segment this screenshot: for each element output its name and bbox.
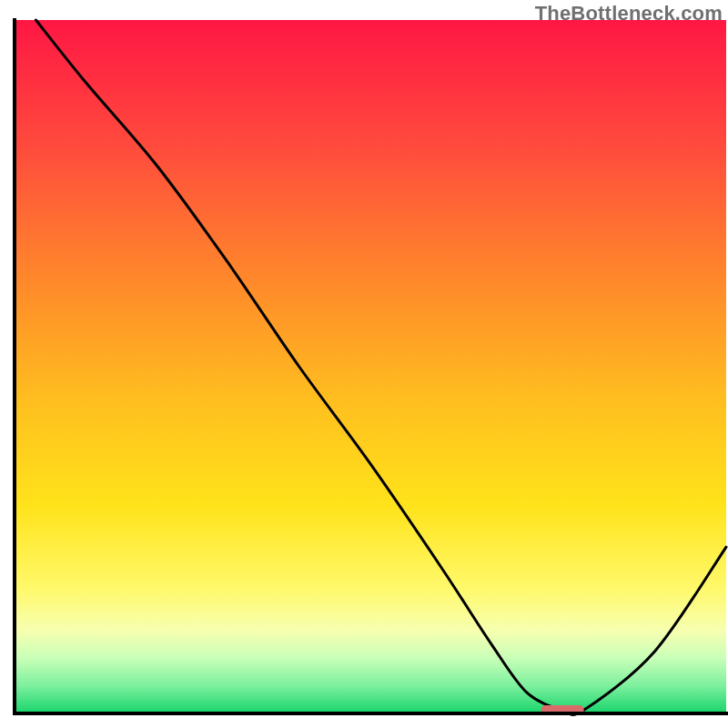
chart-canvas: TheBottleneck.com bbox=[0, 0, 728, 728]
watermark-text: TheBottleneck.com bbox=[535, 2, 723, 25]
bottleneck-plot bbox=[0, 0, 728, 728]
